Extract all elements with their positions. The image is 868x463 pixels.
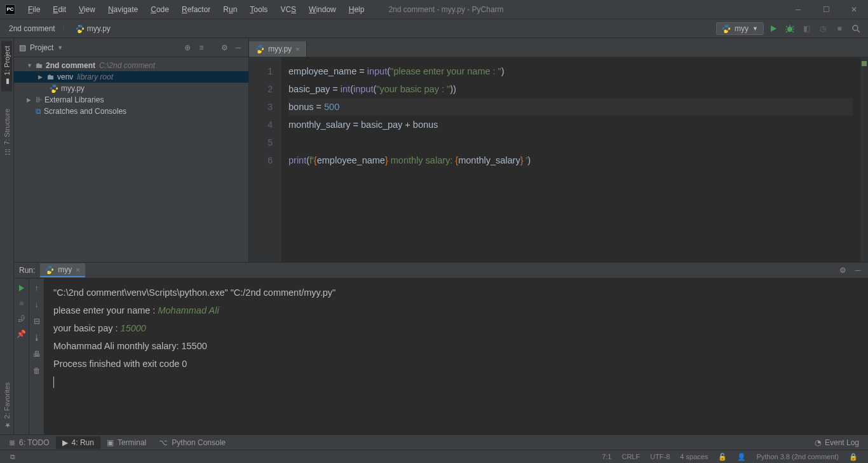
inspection-gutter — [860, 57, 868, 262]
expand-arrow-icon[interactable]: ▼ — [27, 62, 33, 69]
app-icon: PC — [5, 4, 15, 15]
hide-icon[interactable]: ─ — [233, 43, 243, 53]
status-bar: ⧉ 7:1 CRLF UTF-8 4 spaces 🔓 👤 Python 3.8… — [0, 450, 868, 463]
gear-icon[interactable]: ⚙ — [837, 265, 848, 275]
tree-file-myy[interactable]: myy.py — [14, 83, 248, 94]
scroll-to-end-icon[interactable]: ⭳ — [31, 332, 43, 343]
library-icon: ⊪ — [36, 95, 42, 104]
locate-icon[interactable]: ⊕ — [182, 43, 193, 53]
maximize-button[interactable]: ☐ — [817, 3, 835, 16]
minimize-button[interactable]: ─ — [789, 3, 807, 16]
menu-tools[interactable]: Tools — [245, 3, 273, 17]
menu-edit[interactable]: Edit — [48, 3, 71, 17]
svg-point-0 — [78, 25, 79, 26]
chevron-down-icon[interactable]: ▼ — [57, 45, 63, 51]
project-title[interactable]: Project — [30, 43, 53, 52]
toggle-layout-icon[interactable]: ⮵ — [16, 313, 27, 324]
svg-point-1 — [81, 31, 81, 31]
code-area[interactable]: employee_name = input("please enter your… — [281, 57, 860, 262]
status-interpreter[interactable]: Python 3.8 (2nd comment) — [751, 453, 844, 461]
bottom-tab-python-console[interactable]: ⌥Python Console — [153, 436, 232, 449]
status-caret-position[interactable]: 7:1 — [597, 453, 616, 461]
close-tab-icon[interactable]: × — [295, 45, 299, 53]
profile-button[interactable]: ◷ — [816, 22, 830, 36]
tree-venv[interactable]: ▶ 🖿 venv library root — [14, 71, 248, 83]
run-tab-myy[interactable]: myy × — [40, 263, 85, 277]
close-tab-icon[interactable]: × — [76, 266, 79, 273]
run-header: Run: myy × ⚙ ─ — [14, 263, 868, 279]
run-with-coverage-button[interactable]: ◧ — [799, 22, 813, 36]
project-tree[interactable]: ▼ 🖿 2nd comment C:\2nd comment ▶ 🖿 venv … — [14, 57, 248, 120]
sidebar-tab-structure[interactable]: ☷7: Structure — [1, 104, 12, 161]
folder-icon: 🖿 — [47, 73, 55, 81]
menu-file[interactable]: File — [23, 3, 45, 17]
play-icon: ▶ — [62, 438, 68, 447]
svg-point-3 — [853, 25, 858, 31]
menu-run[interactable]: Run — [218, 3, 242, 17]
search-everywhere-button[interactable] — [849, 22, 863, 36]
sidebar-tab-project[interactable]: ▮1: Project — [1, 41, 12, 91]
stop-button[interactable]: ■ — [832, 22, 846, 36]
menu-vcs[interactable]: VCS — [275, 3, 301, 17]
status-padlock-icon[interactable]: 🔒 — [844, 453, 863, 461]
rerun-button[interactable] — [16, 282, 27, 294]
run-label: Run: — [19, 266, 35, 275]
folder-icon: 🖿 — [36, 61, 43, 70]
menu-window[interactable]: Window — [304, 3, 341, 17]
breadcrumb-separator: 〉 — [62, 23, 69, 34]
python-console-icon: ⌥ — [159, 438, 168, 447]
status-readonly-icon[interactable]: 🔓 — [713, 453, 732, 461]
hide-icon[interactable]: ─ — [853, 265, 863, 275]
project-header: ▤ Project ▼ ⊕ ≡ ⚙ ─ — [14, 38, 248, 57]
print-icon[interactable]: 🖶 — [31, 349, 43, 360]
run-configuration-selector[interactable]: myy ▼ — [716, 22, 764, 35]
trash-icon[interactable]: 🗑 — [31, 365, 43, 377]
menu-navigate[interactable]: Navigate — [103, 3, 143, 17]
close-button[interactable]: ✕ — [845, 3, 863, 16]
title-bar: PC File Edit View Navigate Code Refactor… — [0, 0, 868, 19]
status-inspection-icon[interactable]: 👤 — [732, 453, 751, 461]
expand-arrow-icon[interactable]: ▶ — [38, 74, 44, 80]
status-indent[interactable]: 4 spaces — [675, 453, 713, 461]
debug-button[interactable] — [783, 22, 797, 36]
pin-icon[interactable]: 📌 — [16, 328, 27, 340]
menu-view[interactable]: View — [74, 3, 100, 17]
status-windows-icon[interactable]: ⧉ — [5, 453, 20, 461]
menu-bar: File Edit View Navigate Code Refactor Ru… — [23, 3, 369, 17]
window-title: 2nd comment - myy.py - PyCharm — [369, 5, 789, 14]
bottom-tab-event-log[interactable]: ◔Event Log — [808, 436, 865, 449]
editor-tab-myy[interactable]: myy.py × — [249, 41, 307, 57]
editor-area: myy.py × 1 2 3 4 5 6 employee_name = inp… — [249, 38, 868, 262]
run-toolbar-left: ■ ⮵ 📌 — [14, 279, 29, 434]
stop-button[interactable]: ■ — [16, 298, 27, 309]
status-encoding[interactable]: UTF-8 — [645, 453, 675, 461]
expand-all-icon[interactable]: ≡ — [196, 43, 207, 53]
tree-external-libs[interactable]: ▶ ⊪ External Libraries — [14, 94, 248, 106]
menu-refactor[interactable]: Refactor — [177, 3, 215, 17]
breadcrumb-file[interactable]: myy.py — [72, 23, 114, 34]
status-line-separator[interactable]: CRLF — [616, 453, 645, 461]
menu-help[interactable]: Help — [344, 3, 370, 17]
tree-root[interactable]: ▼ 🖿 2nd comment C:\2nd comment — [14, 60, 248, 71]
editor-content[interactable]: 1 2 3 4 5 6 employee_name = input("pleas… — [249, 57, 868, 262]
breadcrumb-project[interactable]: 2nd comment — [5, 23, 59, 34]
tree-scratches[interactable]: ⧉ Scratches and Consoles — [14, 106, 248, 117]
gear-icon[interactable]: ⚙ — [219, 43, 229, 53]
bottom-tab-terminal[interactable]: ▣Terminal — [100, 436, 153, 449]
terminal-icon: ▣ — [107, 438, 114, 447]
down-arrow-icon[interactable]: ↓ — [31, 299, 43, 310]
sidebar-tab-favorites[interactable]: ★2: Favorites — [1, 377, 12, 434]
menu-code[interactable]: Code — [146, 3, 174, 17]
python-file-icon — [76, 24, 85, 33]
expand-arrow-icon[interactable]: ▶ — [27, 97, 33, 103]
bottom-tab-run[interactable]: ▶4: Run — [56, 436, 100, 449]
run-toolbar-secondary: ↑ ↓ ⊟ ⭳ 🖶 🗑 — [29, 279, 44, 434]
console-output[interactable]: "C:\2nd comment\venv\Scripts\python.exe"… — [44, 279, 868, 434]
event-log-icon: ◔ — [815, 438, 821, 447]
python-file-icon — [255, 45, 264, 53]
main-area: ▮1: Project ☷7: Structure ★2: Favorites … — [0, 38, 868, 434]
soft-wrap-icon[interactable]: ⊟ — [31, 315, 43, 327]
up-arrow-icon[interactable]: ↑ — [31, 282, 43, 294]
bottom-tab-todo[interactable]: ≣6: TODO — [3, 436, 56, 449]
run-button[interactable] — [766, 22, 780, 36]
